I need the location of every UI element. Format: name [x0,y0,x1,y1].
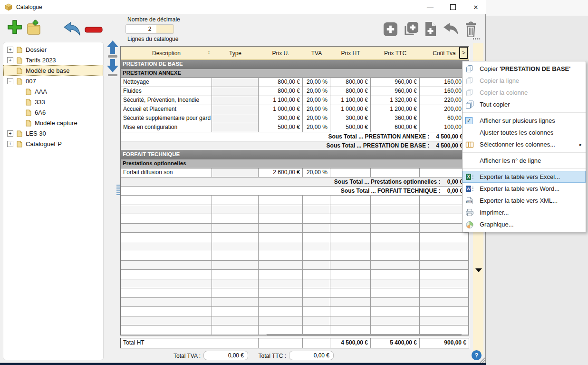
cell-prix-ttc[interactable]: 1 200,00 € [371,105,420,114]
tree-item-tarifs-2023[interactable]: +Tarifs 2023 [3,55,103,65]
titlebar[interactable]: Catalogue — ✕ [0,0,486,14]
expand-toggle[interactable]: + [7,141,13,147]
cell-tva[interactable]: 20,00 % [303,96,330,105]
empty-cell[interactable] [212,251,259,260]
table-row-securite-prevention-incendie[interactable]: Sécurité, Prévention, Incendie1 100,00 €… [121,96,469,105]
empty-cell[interactable] [371,224,420,233]
tree-item-les-30[interactable]: +LES 30 [3,128,103,138]
empty-cell[interactable] [212,224,259,233]
cell-description[interactable]: Forfait diffusion son [121,168,212,177]
empty-cell[interactable] [121,307,212,316]
empty-cell[interactable] [212,205,259,214]
cell-description[interactable]: Fluides [121,87,212,96]
tree-item-cataloguefp[interactable]: +CatalogueFP [3,138,103,149]
table-row-forfait-diffusion-son[interactable]: Forfait diffusion son2 600,00 €20,00 % [121,168,469,178]
empty-cell[interactable] [259,270,303,279]
empty-cell[interactable] [259,261,303,270]
cell-cout-tva[interactable]: 220,00 € [420,96,469,105]
tree-item-007[interactable]: −007 [3,76,103,86]
empty-cell[interactable] [121,214,212,223]
cell-tva[interactable]: 20,00 % [303,114,330,123]
menu-copier-cellule[interactable]: Copier 'PRESTATION DE BASE' [463,63,586,75]
empty-cell[interactable] [259,279,303,288]
empty-cell[interactable] [259,196,303,205]
empty-cell[interactable] [330,298,371,307]
empty-cell[interactable] [303,279,330,288]
minimize-button[interactable]: — [419,0,441,14]
tree-item-aaa[interactable]: AAA [3,86,103,97]
move-up-button[interactable] [106,40,119,56]
section-row-prestation-annexe[interactable]: PRESTATION ANNEXE [121,69,469,78]
empty-cell[interactable] [212,242,259,251]
empty-cell[interactable] [371,242,420,251]
empty-cell[interactable] [330,214,371,223]
empty-cell[interactable] [121,233,212,242]
empty-cell[interactable] [259,307,303,316]
empty-cell[interactable] [371,261,420,270]
empty-table-row[interactable] [121,242,469,252]
empty-cell[interactable] [303,251,330,260]
empty-cell[interactable] [420,279,469,288]
cell-tva[interactable]: 20,00 % [303,123,330,132]
empty-cell[interactable] [420,224,469,233]
empty-cell[interactable] [371,214,420,223]
cell-prix-u[interactable]: 1 000,00 € [259,105,303,114]
empty-cell[interactable] [303,233,330,242]
cell-prix-ht[interactable]: 300,00 € [330,114,371,123]
strip-grip-dots[interactable] [473,38,481,39]
empty-cell[interactable] [121,279,212,288]
cell-tva[interactable]: 20,00 % [303,105,330,114]
empty-cell[interactable] [303,242,330,251]
empty-cell[interactable] [330,251,371,260]
cell-type[interactable] [212,123,259,132]
cell-type[interactable] [212,96,259,105]
empty-table-row[interactable] [121,251,469,261]
empty-cell[interactable] [330,270,371,279]
empty-table-row[interactable] [121,288,469,298]
collapse-toggle[interactable]: − [7,78,13,84]
cell-tva[interactable]: 20,00 % [303,87,330,96]
empty-cell[interactable] [420,251,469,260]
menu-export-word[interactable]: WExporter la table vers Word... [463,183,586,195]
window-resize-grip[interactable] [478,356,485,365]
empty-cell[interactable] [121,224,212,233]
column-chooser-button[interactable]: > [459,47,468,59]
cell-type[interactable] [212,114,259,123]
empty-cell[interactable] [330,196,371,205]
empty-table-row[interactable] [121,214,469,224]
splitter-grip[interactable] [116,185,120,195]
empty-cell[interactable] [259,316,303,326]
table-row-accueil-et-placement[interactable]: Accueil et Placement1 000,00 €20,00 %1 0… [121,105,469,114]
table-row-fluides[interactable]: Fluides800,00 €20,00 %800,00 €960,00 €16… [121,87,469,96]
empty-cell[interactable] [121,261,212,270]
section-row-prestation-de-base[interactable]: PRESTATION DE BASE [121,60,469,69]
decimals-input[interactable] [125,24,174,34]
empty-cell[interactable] [212,316,259,326]
scroll-down-arrow[interactable] [475,268,482,272]
empty-cell[interactable] [121,298,212,307]
cell-prix-ttc[interactable] [371,168,420,177]
horizontal-scrollbar-thumb[interactable] [266,334,462,336]
empty-cell[interactable] [259,288,303,297]
empty-cell[interactable] [420,326,469,335]
cell-cout-tva[interactable]: 200,00 € [420,105,469,114]
empty-cell[interactable] [371,196,420,205]
undo-arrow-icon[interactable] [63,22,81,38]
empty-cell[interactable] [330,205,371,214]
empty-cell[interactable] [420,298,469,307]
cell-prix-u[interactable]: 1 100,00 € [259,96,303,105]
empty-table-row[interactable] [121,326,469,335]
expand-toggle[interactable]: + [7,57,13,63]
empty-cell[interactable] [259,242,303,251]
empty-cell[interactable] [212,298,259,307]
empty-table-row[interactable] [121,270,469,279]
empty-table-row[interactable] [121,307,469,316]
move-down-button[interactable] [106,59,119,75]
expand-toggle[interactable]: + [7,130,13,137]
cell-type[interactable] [212,78,259,87]
column-header-type[interactable]: Type [212,47,259,59]
menu-ajuster-colonnes[interactable]: Ajuster toutes les colonnes [463,127,586,138]
cell-prix-ht[interactable]: 1 100,00 € [330,96,371,105]
empty-cell[interactable] [330,326,371,335]
empty-cell[interactable] [303,205,330,214]
